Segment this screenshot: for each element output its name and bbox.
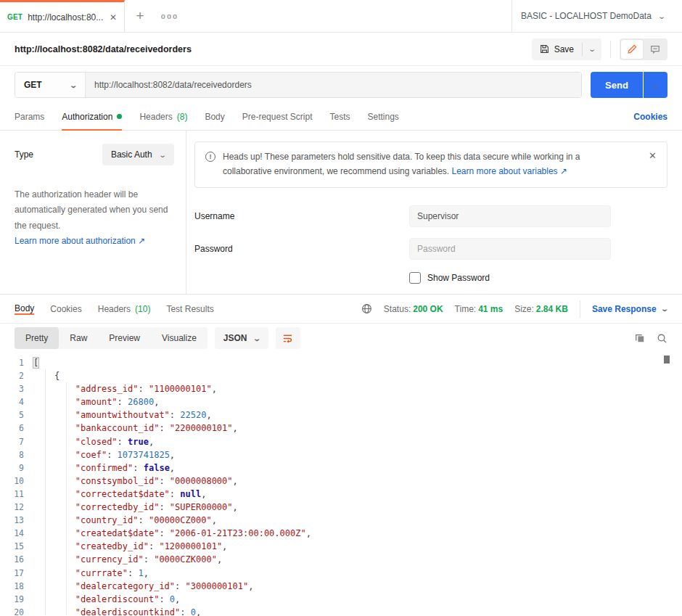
response-tab-cookies[interactable]: Cookies (50, 304, 81, 314)
auth-type-dropdown[interactable]: Basic Auth ⌄ (102, 144, 174, 165)
line-number: 13 (0, 514, 33, 527)
line-number: 6 (0, 422, 33, 435)
code-line: 9 "confirmed": false, (0, 461, 682, 475)
code-line: 10 "constsymbol_id": "0000008000", (0, 475, 682, 488)
code-content: "currency_id": "0000CZK000", (33, 553, 222, 566)
response-tab-body[interactable]: Body (15, 303, 34, 315)
code-content: "correctedat$date": null, (33, 488, 206, 501)
view-mode-tabs: PrettyRawPreviewVisualize (15, 327, 208, 349)
password-field[interactable] (409, 238, 611, 260)
tab-authorization[interactable]: Authorization (62, 104, 122, 131)
save-response-label: Save Response (592, 304, 657, 314)
show-password-checkbox[interactable] (409, 272, 421, 284)
code-content: "dealerdiscount": 0, (33, 593, 180, 606)
environment-selector[interactable]: BASIC - LOCALHOST DemoData ⌄ (512, 0, 682, 32)
code-content: "amount": 26800, (33, 395, 159, 408)
banner-close-icon[interactable]: ✕ (649, 150, 657, 179)
response-view-toolbar: PrettyRawPreviewVisualize JSON ⌄ (0, 324, 682, 353)
url-container: GET ⌄ (15, 72, 582, 98)
comment-button[interactable] (644, 40, 666, 59)
tab-label: Body (15, 303, 34, 313)
cookies-link[interactable]: Cookies (633, 104, 667, 130)
format-dropdown[interactable]: JSON ⌄ (215, 327, 268, 349)
auth-type-label: Type (15, 149, 33, 160)
chevron-down-icon: ⌄ (588, 45, 596, 53)
code-content: "createdby_id": "1200000101", (33, 540, 227, 553)
format-value: JSON (223, 333, 247, 343)
line-number: 10 (0, 475, 33, 488)
view-tab-pretty[interactable]: Pretty (15, 327, 59, 349)
close-icon[interactable]: ✕ (110, 12, 117, 22)
tab-label: Authorization (62, 112, 112, 122)
tab-label: Headers (139, 112, 172, 122)
line-number: 4 (0, 395, 33, 408)
tab-headers[interactable]: Headers(8) (139, 104, 187, 130)
new-tab-button[interactable]: + (125, 0, 155, 32)
more-options-icon[interactable]: ooo (155, 0, 184, 32)
response-body-editor[interactable]: 1[2 {3 "address_id": "1100000101",4 "amo… (0, 353, 682, 615)
response-tab-headers[interactable]: Headers(10) (98, 304, 151, 314)
code-content: "coef": 1073741825, (33, 448, 175, 461)
network-globe-icon[interactable] (361, 303, 372, 314)
edit-button[interactable] (621, 40, 643, 59)
method-value: GET (24, 80, 42, 90)
auth-type-value: Basic Auth (111, 149, 152, 160)
environment-name: BASIC - LOCALHOST DemoData (521, 11, 653, 21)
search-icon[interactable] (657, 333, 667, 344)
view-tab-visualize[interactable]: Visualize (151, 327, 208, 349)
save-button[interactable]: Save (532, 38, 582, 60)
tab-params[interactable]: Params (15, 104, 44, 130)
tab-pre-request-script[interactable]: Pre-request Script (242, 104, 313, 130)
url-bar: GET ⌄ Send ⌄ (0, 66, 682, 104)
size-value: 2.84 KB (536, 304, 568, 314)
chevron-down-icon: ⌄ (252, 334, 261, 342)
external-link-icon: ↗ (560, 166, 567, 176)
code-content: "address_id": "1100000101", (33, 382, 217, 395)
send-button[interactable]: Send (591, 72, 643, 98)
status-badge: Status:200 OK (384, 304, 443, 314)
tab-settings[interactable]: Settings (368, 104, 399, 130)
request-tab[interactable]: GET http://localhost:80... ✕ (0, 0, 125, 32)
request-title: http://localhost:8082/data/receivedorder… (15, 44, 523, 54)
auth-help-text: The authorization header will be automat… (15, 187, 170, 234)
chevron-down-icon: ⌄ (69, 81, 78, 89)
divider (610, 41, 611, 58)
tab-body[interactable]: Body (205, 104, 224, 130)
code-line: 20 "dealerdiscountkind": 0, (0, 606, 682, 616)
line-number: 11 (0, 488, 33, 501)
url-input[interactable] (86, 73, 581, 97)
view-tab-preview[interactable]: Preview (98, 327, 151, 349)
view-tab-raw[interactable]: Raw (59, 327, 98, 349)
save-button-label: Save (554, 44, 574, 54)
response-tab-test-results[interactable]: Test Results (166, 304, 213, 314)
tab-tests[interactable]: Tests (329, 104, 350, 130)
save-options-button[interactable]: ⌄ (583, 38, 601, 60)
send-options-button[interactable]: ⌄ (644, 72, 667, 98)
line-number: 1 (0, 356, 33, 369)
username-field[interactable] (409, 205, 611, 227)
chevron-down-icon: ⌄ (158, 151, 167, 159)
code-line: 5 "amountwithoutvat": 22520, (0, 408, 682, 422)
code-content: { (33, 369, 59, 382)
save-response-button[interactable]: Save Response⌄ (592, 304, 667, 314)
learn-more-authorization-link[interactable]: Learn more about authorization ↗ (15, 236, 174, 246)
tab-label: Test Results (166, 304, 213, 314)
copy-icon[interactable] (635, 333, 645, 343)
code-line: 3 "address_id": "1100000101", (0, 382, 682, 395)
line-number: 9 (0, 461, 33, 475)
code-line: 11 "correctedat$date": null, (0, 488, 682, 501)
response-tabs-row: BodyCookiesHeaders(10)Test Results Statu… (0, 295, 682, 324)
code-line: 18 "dealercategory_id": "3000000101", (0, 580, 682, 593)
learn-more-variables-link[interactable]: Learn more about variables ↗ (452, 166, 568, 176)
wrap-lines-button[interactable] (276, 327, 300, 349)
line-number: 18 (0, 580, 33, 593)
code-line: 2 { (0, 369, 682, 382)
code-line: 16 "currency_id": "0000CZK000", (0, 553, 682, 566)
method-dropdown[interactable]: GET ⌄ (15, 73, 85, 97)
scrollbar-thumb[interactable] (664, 356, 670, 364)
time-value: 41 ms (478, 304, 503, 314)
indent-guide (66, 382, 67, 615)
line-number: 14 (0, 527, 33, 540)
response-actions (635, 333, 667, 344)
banner-text: Heads up! These parameters hold sensitiv… (223, 150, 615, 179)
